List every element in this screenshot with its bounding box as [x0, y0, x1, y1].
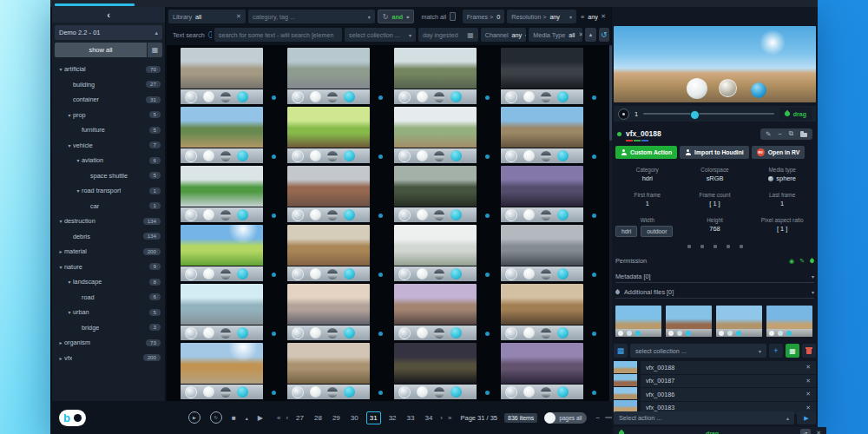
info-dot[interactable] — [592, 214, 596, 218]
info-dot[interactable] — [485, 155, 490, 159]
last-page-icon[interactable]: » — [448, 414, 451, 422]
collection-item[interactable]: vfx_00186✕ — [641, 388, 816, 401]
ratio-filter[interactable]: ≡ any — [579, 10, 598, 23]
file-thumbnail[interactable] — [666, 306, 712, 337]
close-icon[interactable]: ✕ — [816, 430, 821, 434]
info-dot[interactable] — [592, 391, 596, 395]
collection-thumb[interactable] — [614, 387, 637, 399]
collection-item[interactable]: vfx_00187✕ — [641, 375, 816, 388]
next-page-icon[interactable]: › — [440, 414, 443, 422]
info-dot[interactable] — [272, 95, 276, 100]
collection-thumb[interactable] — [614, 361, 637, 373]
asset-thumbnail[interactable] — [394, 166, 477, 222]
info-dot[interactable] — [485, 95, 490, 100]
page-number[interactable]: 30 — [348, 412, 361, 424]
tree-item-destruction[interactable]: ▾destruction134 — [52, 214, 165, 229]
tree-item-furniture[interactable]: furniture5 — [52, 122, 165, 138]
minus-icon[interactable]: − — [778, 130, 781, 138]
delete-collection-button[interactable] — [802, 344, 816, 358]
match-all-checkbox[interactable] — [450, 12, 455, 21]
close-icon[interactable]: ✕ — [578, 31, 582, 38]
collection-grid-icon[interactable]: ▦ — [614, 344, 628, 358]
collection-item[interactable]: vfx_00188✕ — [641, 361, 816, 374]
resolution-filter[interactable]: Resolution > any ▾ — [507, 10, 576, 23]
tree-item-nature[interactable]: ▾nature9 — [52, 260, 165, 275]
tree-item-organism[interactable]: ▸organism73 — [52, 335, 165, 351]
page-current[interactable]: 31 — [366, 411, 381, 424]
asset-thumbnail[interactable] — [287, 166, 370, 222]
asset-thumbnail[interactable] — [287, 225, 370, 281]
edit-permission-icon[interactable]: ✎ — [799, 258, 805, 265]
asset-thumbnail[interactable] — [394, 48, 477, 104]
info-icon[interactable]: ⓘ — [208, 30, 212, 40]
info-dot[interactable] — [272, 214, 276, 218]
remove-icon[interactable]: ✕ — [806, 378, 811, 385]
collection-select[interactable]: select collection ... ▾ — [630, 344, 766, 358]
file-thumbnail[interactable] — [766, 306, 812, 337]
collection-thumb[interactable] — [614, 374, 637, 386]
project-select[interactable]: Demo 2.2 - 01 ▴ — [55, 25, 162, 40]
caret-up-icon[interactable]: ▴ — [246, 415, 248, 421]
carousel-dot[interactable] — [713, 245, 717, 248]
collection-filter[interactable]: select collection ... ▾ — [345, 28, 416, 42]
metadata-section[interactable]: Metadata [0] ▾ — [615, 270, 814, 283]
info-dot[interactable] — [272, 273, 276, 277]
close-icon[interactable]: ✕ — [601, 13, 606, 20]
info-dot[interactable] — [592, 155, 596, 159]
page-number[interactable]: 33 — [404, 412, 418, 424]
record-icon[interactable] — [618, 108, 629, 120]
owner-permission-icon[interactable] — [809, 258, 815, 264]
asset-thumbnail[interactable] — [501, 48, 583, 104]
info-dot[interactable] — [485, 273, 490, 277]
pages-toggle[interactable]: pages all — [544, 412, 587, 424]
asset-thumbnail[interactable] — [501, 107, 583, 163]
edit-icon[interactable]: ✎ — [766, 130, 771, 138]
sidebar-collapse-button[interactable]: ‹ — [52, 7, 165, 23]
remove-icon[interactable]: ✕ — [806, 404, 811, 411]
info-dot[interactable] — [272, 332, 276, 336]
info-dot[interactable] — [485, 332, 490, 336]
tree-item-prop[interactable]: ▾prop5 — [52, 108, 165, 123]
stop-icon[interactable]: ■ — [232, 414, 236, 422]
library-filter[interactable]: Library all ✕ — [168, 10, 246, 23]
add-collection-button[interactable]: + — [769, 344, 783, 358]
additional-files-section[interactable]: Additional files [0] ▾ — [615, 286, 814, 299]
carousel-dot[interactable] — [740, 245, 743, 248]
page-number[interactable]: 28 — [312, 412, 325, 424]
scroll-top-button[interactable]: ▴ — [585, 28, 595, 42]
text-search-input[interactable]: search for some text - will search [elem… — [214, 28, 342, 42]
page-number[interactable]: 32 — [386, 412, 399, 424]
info-dot[interactable] — [378, 214, 383, 218]
folder-icon[interactable] — [800, 133, 807, 137]
logic-toggle[interactable]: ↻ and 🔒︎ — [378, 10, 415, 23]
tree-item-building[interactable]: building27 — [52, 77, 165, 93]
tree-item-debris[interactable]: debris134 — [52, 229, 165, 245]
play-icon[interactable]: ▶ — [258, 414, 263, 422]
collection-thumb[interactable] — [614, 400, 637, 412]
asset-preview[interactable] — [614, 26, 816, 102]
import-houdini-button[interactable]: Import to Houdini — [680, 146, 749, 159]
page-number[interactable]: 34 — [422, 412, 435, 424]
select-action-dropdown[interactable]: Select action ... ▴ — [614, 411, 794, 424]
asset-thumbnail[interactable] — [501, 343, 583, 399]
info-dot[interactable] — [378, 95, 383, 100]
info-dot[interactable] — [592, 273, 596, 277]
asset-thumbnail[interactable] — [287, 284, 370, 340]
drag-handle[interactable]: drag — [779, 108, 812, 120]
tree-item-urban[interactable]: ▾urban5 — [52, 305, 165, 320]
page-number[interactable]: 29 — [330, 412, 343, 424]
asset-thumbnail[interactable] — [181, 166, 263, 222]
asset-thumbnail[interactable] — [501, 225, 583, 281]
view-permission-icon[interactable]: ◉ — [789, 258, 794, 265]
info-dot[interactable] — [378, 273, 383, 277]
carousel-dot[interactable] — [687, 245, 691, 248]
asset-thumbnail[interactable] — [501, 284, 583, 340]
tree-item-vehicle[interactable]: ▾vehicle7 — [52, 138, 165, 154]
info-dot[interactable] — [592, 95, 596, 100]
asset-thumbnail[interactable] — [394, 343, 477, 399]
remove-icon[interactable]: ✕ — [806, 364, 811, 371]
file-thumbnail[interactable] — [716, 306, 762, 337]
asset-thumbnail[interactable] — [181, 343, 263, 399]
tree-item-car[interactable]: car1 — [52, 199, 165, 214]
play-circle-icon[interactable]: ▶ — [188, 411, 201, 424]
